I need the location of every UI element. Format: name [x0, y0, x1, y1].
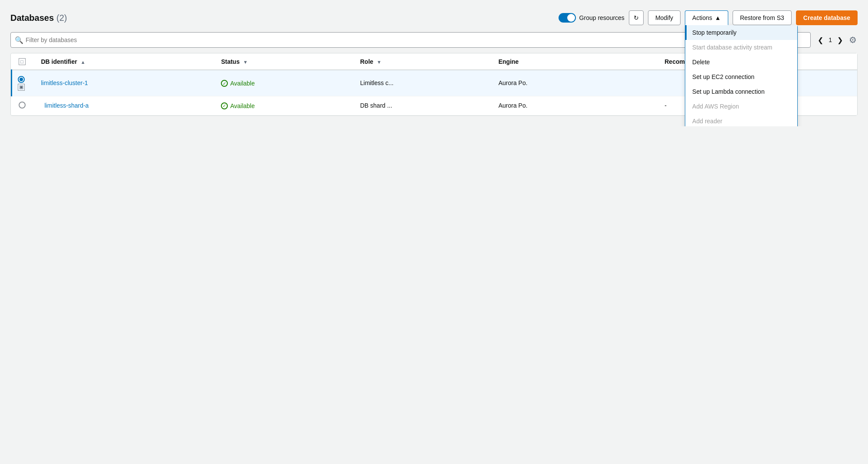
expand-all-icon[interactable]: □	[19, 58, 26, 65]
actions-dropdown-icon: ▲	[715, 14, 721, 21]
status-check-icon: ✓	[221, 102, 228, 109]
action-item-3[interactable]: Set up EC2 connection	[685, 69, 797, 84]
col-status[interactable]: Status ▼	[214, 53, 353, 70]
current-page: 1	[829, 36, 832, 43]
sort-cell-0	[617, 70, 658, 96]
db-link-1[interactable]: limitless-shard-a	[45, 102, 89, 109]
modify-button[interactable]: Modify	[648, 10, 681, 25]
status-check-icon: ✓	[221, 80, 228, 87]
col-select: □	[12, 53, 34, 70]
search-icon: 🔍	[15, 36, 23, 44]
engine-cell-0: Aurora Po.	[491, 70, 617, 96]
status-badge-0: ✓Available	[221, 80, 255, 87]
create-database-button[interactable]: Create database	[796, 10, 858, 25]
action-item-6: Add reader	[685, 114, 797, 126]
status-badge-1: ✓Available	[221, 102, 255, 109]
page-title: Databases (2)	[10, 13, 67, 23]
role-cell-1: DB shard ...	[353, 96, 492, 115]
action-item-4[interactable]: Set up Lambda connection	[685, 84, 797, 99]
group-resources-label: Group resources	[579, 14, 625, 21]
action-item-1: Start database activity stream	[685, 40, 797, 55]
restore-from-s3-button[interactable]: Restore from S3	[733, 10, 792, 25]
engine-cell-1: Aurora Po.	[491, 96, 617, 115]
prev-page-button[interactable]: ❮	[816, 35, 825, 45]
col-role[interactable]: Role ▼	[353, 53, 492, 70]
sort-cell-1	[617, 96, 658, 115]
next-page-button[interactable]: ❯	[835, 35, 845, 45]
actions-dropdown: Stop temporarilyStart database activity …	[685, 25, 798, 126]
action-item-0[interactable]: Stop temporarily	[685, 25, 797, 40]
col-engine[interactable]: Engine	[491, 53, 617, 70]
role-cell-0: Limitless c...	[353, 70, 492, 96]
action-item-2[interactable]: Delete	[685, 55, 797, 69]
row-radio-1[interactable]	[19, 102, 26, 109]
db-link-0[interactable]: limitless-cluster-1	[41, 79, 88, 86]
actions-wrapper: Actions ▲ Stop temporarilyStart database…	[685, 10, 728, 25]
refresh-button[interactable]: ↻	[629, 10, 644, 25]
col-db-identifier[interactable]: DB identifier ▲	[34, 53, 214, 70]
group-resources-toggle[interactable]	[559, 13, 576, 23]
row-expand-icon-0[interactable]: ▣	[18, 84, 25, 91]
col-size	[617, 53, 658, 70]
row-radio-0[interactable]	[18, 76, 25, 83]
refresh-icon: ↻	[634, 14, 639, 21]
pagination-controls: ❮ 1 ❯ ⚙	[816, 34, 858, 46]
actions-button[interactable]: Actions ▲	[685, 10, 728, 25]
settings-button[interactable]: ⚙	[848, 34, 858, 46]
action-item-5: Add AWS Region	[685, 99, 797, 114]
